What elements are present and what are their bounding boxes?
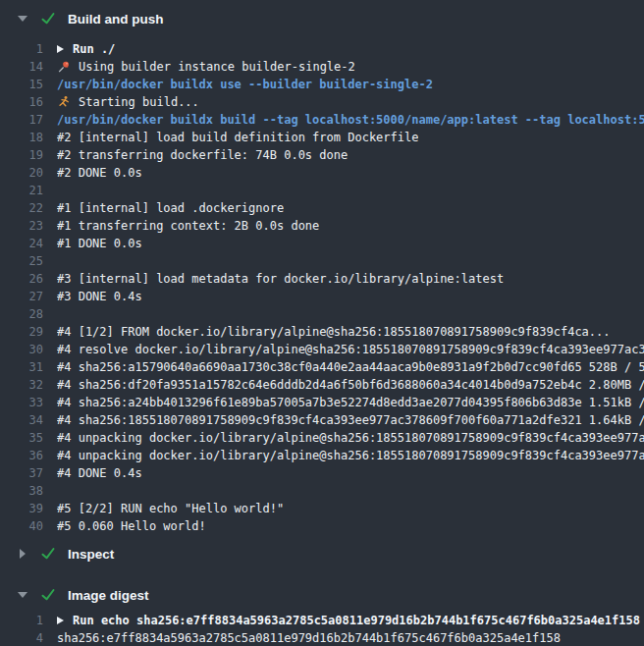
- line-body: #4 DONE 0.4s: [57, 466, 142, 480]
- runner-icon: [57, 95, 71, 109]
- log-line: 4 sha256:e7ff8834a5963a2785c5a0811e979d1…: [0, 629, 644, 646]
- line-text: #4 DONE 0.4s: [57, 466, 142, 480]
- line-number[interactable]: 32: [0, 378, 43, 392]
- log-line: 15 /usr/bin/docker buildx use --builder …: [0, 76, 644, 93]
- log-line: 16 Starting build...: [0, 93, 644, 111]
- chevron-down-icon[interactable]: [18, 16, 27, 22]
- line-number[interactable]: 14: [0, 60, 43, 74]
- section-header-image-digest[interactable]: Image digest: [0, 582, 644, 608]
- line-body: Using builder instance builder-single-2: [57, 60, 355, 74]
- line-text: #4 [1/2] FROM docker.io/library/alpine@s…: [57, 325, 611, 339]
- section-lines: 1 Run ./ 14 Using builder instance build…: [0, 40, 644, 535]
- line-number[interactable]: 23: [0, 219, 43, 233]
- line-text: #4 sha256:a24bb4013296f61e89ba57005a7b3e…: [57, 396, 644, 409]
- line-number[interactable]: 33: [0, 396, 43, 409]
- section-title: Build and push: [68, 12, 164, 27]
- log-line: 37 #4 DONE 0.4s: [0, 464, 644, 482]
- section-lines: 1 Run echo sha256:e7ff8834a5963a2785c5a0…: [0, 612, 644, 646]
- line-number[interactable]: 21: [0, 184, 43, 197]
- log-line: 25: [0, 252, 644, 270]
- line-text: Using builder instance builder-single-2: [79, 60, 355, 74]
- line-number[interactable]: 27: [0, 290, 43, 303]
- log-line: 20 #2 DONE 0.0s: [0, 164, 644, 182]
- line-number[interactable]: 15: [0, 78, 43, 91]
- section-header-inspect[interactable]: Inspect: [0, 541, 644, 566]
- line-number[interactable]: 20: [0, 166, 43, 180]
- line-number[interactable]: 30: [0, 343, 43, 356]
- line-body: #4 unpacking docker.io/library/alpine@sh…: [57, 449, 644, 462]
- line-number[interactable]: 25: [0, 254, 43, 268]
- line-text: /usr/bin/docker buildx use --builder bui…: [57, 78, 433, 91]
- line-number[interactable]: 40: [0, 519, 43, 533]
- line-number[interactable]: 1: [0, 614, 43, 627]
- line-body: #4 unpacking docker.io/library/alpine@sh…: [57, 431, 644, 445]
- line-text: Run echo sha256:e7ff8834a5963a2785c5a081…: [73, 614, 640, 627]
- line-body: #4 sha256:185518070891758909c9f839cf4ca3…: [57, 413, 644, 427]
- line-number[interactable]: 19: [0, 148, 43, 162]
- chevron-right-icon[interactable]: [18, 549, 27, 559]
- run-play-icon[interactable]: [57, 617, 64, 624]
- line-number[interactable]: 26: [0, 272, 43, 286]
- log-line: 26 #3 [internal] load metadata for docke…: [0, 270, 644, 288]
- log-line: 29 #4 [1/2] FROM docker.io/library/alpin…: [0, 323, 644, 341]
- line-body: Starting build...: [57, 95, 199, 109]
- success-check-icon: [40, 546, 56, 562]
- line-body: Run echo sha256:e7ff8834a5963a2785c5a081…: [57, 614, 640, 627]
- log-line: 21: [0, 182, 644, 199]
- line-text: Starting build...: [79, 95, 199, 109]
- line-number[interactable]: 1: [0, 42, 43, 56]
- success-check-icon: [40, 587, 56, 603]
- line-text: #3 [internal] load metadata for docker.i…: [57, 272, 504, 286]
- log-line: 35 #4 unpacking docker.io/library/alpine…: [0, 429, 644, 447]
- line-body: #5 0.060 Hello world!: [57, 519, 206, 533]
- chevron-down-icon[interactable]: [18, 592, 27, 598]
- line-text: #4 sha256:df20fa9351a15782c64e6dddb2d4a6…: [57, 378, 644, 392]
- log-line: 36 #4 unpacking docker.io/library/alpine…: [0, 447, 644, 464]
- line-body: #1 DONE 0.0s: [57, 237, 142, 250]
- line-body: Run ./: [57, 42, 115, 56]
- line-number[interactable]: 39: [0, 502, 43, 515]
- log-line: 32 #4 sha256:df20fa9351a15782c64e6dddb2d…: [0, 376, 644, 394]
- line-text: #4 unpacking docker.io/library/alpine@sh…: [57, 431, 644, 445]
- line-number[interactable]: 17: [0, 113, 43, 127]
- section-title: Image digest: [68, 588, 149, 603]
- line-text: Run ./: [73, 42, 115, 56]
- line-number[interactable]: 31: [0, 360, 43, 374]
- section-header-build-and-push[interactable]: Build and push: [0, 6, 644, 31]
- line-text: #2 transferring dockerfile: 74B 0.0s don…: [57, 148, 348, 162]
- line-text: #4 resolve docker.io/library/alpine@sha2…: [57, 343, 644, 356]
- line-number[interactable]: 22: [0, 201, 43, 215]
- line-text: /usr/bin/docker buildx build --tag local…: [57, 113, 644, 127]
- line-body: #4 sha256:a24bb4013296f61e89ba57005a7b3e…: [57, 396, 644, 409]
- log-section-image-digest: Image digest 1 Run echo sha256:e7ff8834a…: [0, 582, 644, 646]
- pushpin-icon: [57, 60, 71, 74]
- run-play-icon[interactable]: [57, 45, 64, 53]
- line-body: #4 resolve docker.io/library/alpine@sha2…: [57, 343, 644, 356]
- line-number[interactable]: 28: [0, 307, 43, 321]
- line-number[interactable]: 35: [0, 431, 43, 445]
- line-body: #2 DONE 0.0s: [57, 166, 142, 180]
- log-line: 23 #1 transferring context: 2B 0.0s done: [0, 217, 644, 235]
- line-number[interactable]: 16: [0, 95, 43, 109]
- section-title: Inspect: [68, 547, 114, 562]
- line-number[interactable]: 34: [0, 413, 43, 427]
- line-body: #4 [1/2] FROM docker.io/library/alpine@s…: [57, 325, 611, 339]
- line-body: /usr/bin/docker buildx use --builder bui…: [57, 78, 433, 91]
- line-body: #2 transferring dockerfile: 74B 0.0s don…: [57, 148, 348, 162]
- line-number[interactable]: 4: [0, 631, 43, 645]
- log-line: 30 #4 resolve docker.io/library/alpine@s…: [0, 341, 644, 358]
- line-number[interactable]: 24: [0, 237, 43, 250]
- log-line: 1 Run ./: [0, 40, 644, 58]
- line-text: #1 transferring context: 2B 0.0s done: [57, 219, 319, 233]
- line-number[interactable]: 36: [0, 449, 43, 462]
- line-number[interactable]: 29: [0, 325, 43, 339]
- line-number[interactable]: 38: [0, 484, 43, 498]
- line-number[interactable]: 18: [0, 131, 43, 144]
- line-body: #5 [2/2] RUN echo "Hello world!": [57, 502, 284, 515]
- log-line: 33 #4 sha256:a24bb4013296f61e89ba57005a7…: [0, 394, 644, 411]
- success-check-icon: [40, 11, 56, 27]
- line-text: #4 unpacking docker.io/library/alpine@sh…: [57, 449, 644, 462]
- line-number[interactable]: 37: [0, 466, 43, 480]
- log-line: 39 #5 [2/2] RUN echo "Hello world!": [0, 500, 644, 517]
- line-body: #3 [internal] load metadata for docker.i…: [57, 272, 504, 286]
